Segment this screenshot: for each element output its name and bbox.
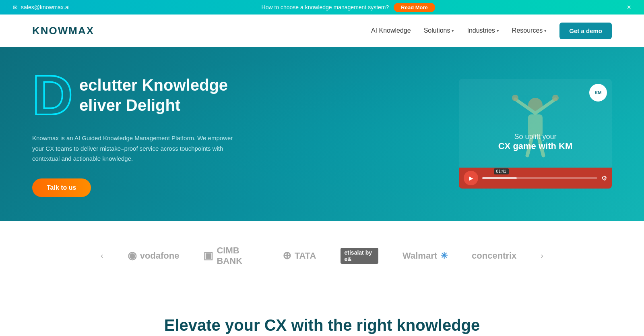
chevron-down-icon: ▾	[452, 28, 454, 33]
logo[interactable]: KNOWMAX	[32, 25, 94, 37]
talk-to-us-button[interactable]: Talk to us	[32, 178, 91, 197]
announcement-email: ✉ sales@knowmax.ai	[13, 4, 70, 10]
hero-headline: eclutter Knowledge eliver Delight	[79, 71, 228, 115]
tata-logo-text: TATA	[295, 251, 316, 261]
hero-left: D eclutter Knowledge eliver Delight Know…	[32, 71, 258, 197]
nav-resources-label: Resources	[512, 27, 543, 34]
video-controls: ▶ 01:41 ⚙	[459, 168, 612, 189]
km-badge: KM	[589, 84, 607, 102]
bottom-heading-text: Elevate your CX with the right knowledge…	[32, 315, 612, 336]
chevron-down-icon: ▾	[497, 28, 499, 33]
svg-point-7	[552, 95, 559, 101]
tata-logo-icon: ⊕	[283, 249, 291, 262]
cimbbank-logo-icon: ▣	[203, 249, 213, 262]
play-button[interactable]: ▶	[464, 171, 478, 185]
nav-solutions-label: Solutions	[424, 27, 450, 34]
nav-resources[interactable]: Resources ▾	[512, 27, 547, 34]
list-item: ⊕ TATA	[283, 249, 316, 262]
concentrix-logo-text: concentrix	[472, 251, 516, 261]
walmart-logo-icon: ✳	[440, 251, 448, 261]
cimbbank-logo-text: CIMB BANK	[217, 245, 258, 266]
video-timestamp: 01:41	[494, 168, 509, 174]
logos-next-button[interactable]: ›	[541, 251, 543, 260]
hero-right: KM So uplif	[258, 79, 612, 189]
logos-section: ‹ ◉ vodafone ▣ CIMB BANK ⊕ TATA etisalat…	[0, 221, 644, 290]
vodafone-logo-text: vodafone	[140, 251, 180, 261]
hero-section: D eclutter Knowledge eliver Delight Know…	[0, 47, 644, 221]
walmart-logo-text: Walmart	[402, 251, 437, 261]
hero-headline-line2: eliver Delight	[79, 95, 228, 115]
video-text-so-uplift: So uplift your	[459, 133, 612, 141]
video-text-overlay: So uplift your CX game with KM	[459, 133, 612, 151]
nav-ai-knowledge-label: AI Knowledge	[371, 27, 411, 34]
chevron-down-icon: ▾	[544, 28, 547, 33]
email-text: sales@knowmax.ai	[21, 4, 70, 10]
hero-description: Knowmax is an AI Guided Knowledge Manage…	[32, 133, 233, 164]
email-icon: ✉	[13, 4, 18, 10]
list-item: concentrix	[472, 251, 516, 261]
hero-headline-line1: eclutter Knowledge	[79, 75, 228, 95]
list-item: ▣ CIMB BANK	[203, 245, 258, 266]
list-item: Walmart ✳	[402, 251, 448, 261]
video-progress-fill	[482, 177, 517, 179]
announcement-message: How to choose a knowledge management sys…	[262, 4, 389, 10]
nav-industries[interactable]: Industries ▾	[467, 27, 499, 34]
nav-links: AI Knowledge Solutions ▾ Industries ▾ Re…	[371, 23, 612, 39]
video-illustration: KM So uplif	[459, 79, 612, 168]
list-item: etisalat by e&	[341, 248, 379, 264]
video-progress-bar[interactable]: 01:41	[482, 177, 597, 179]
logos-inner: ‹ ◉ vodafone ▣ CIMB BANK ⊕ TATA etisalat…	[101, 245, 543, 266]
hero-d-letter: D	[32, 67, 73, 123]
nav-solutions[interactable]: Solutions ▾	[424, 27, 454, 34]
read-more-button[interactable]: Read More	[394, 3, 435, 12]
video-text-cx-game: CX game with KM	[459, 141, 612, 151]
video-container: KM So uplif	[459, 79, 612, 189]
hero-title: D eclutter Knowledge eliver Delight	[32, 71, 258, 123]
bottom-heading-line1: Elevate your CX with the right knowledge	[164, 316, 480, 334]
announcement-close-button[interactable]: ×	[627, 3, 631, 12]
svg-point-6	[512, 95, 518, 101]
gear-icon[interactable]: ⚙	[601, 174, 607, 182]
navbar: KNOWMAX AI Knowledge Solutions ▾ Industr…	[0, 15, 644, 47]
nav-industries-label: Industries	[467, 27, 495, 34]
vodafone-logo-icon: ◉	[128, 249, 137, 262]
etisalat-logo-text: etisalat by e&	[341, 248, 379, 264]
logos-prev-button[interactable]: ‹	[101, 251, 103, 260]
announcement-bar: ✉ sales@knowmax.ai How to choose a knowl…	[0, 0, 644, 15]
bottom-heading-section: Elevate your CX with the right knowledge…	[0, 290, 644, 336]
list-item: ◉ vodafone	[128, 249, 180, 262]
get-demo-button[interactable]: Get a demo	[559, 23, 612, 39]
announcement-center: How to choose a knowledge management sys…	[262, 3, 435, 12]
nav-ai-knowledge[interactable]: AI Knowledge	[371, 27, 411, 34]
